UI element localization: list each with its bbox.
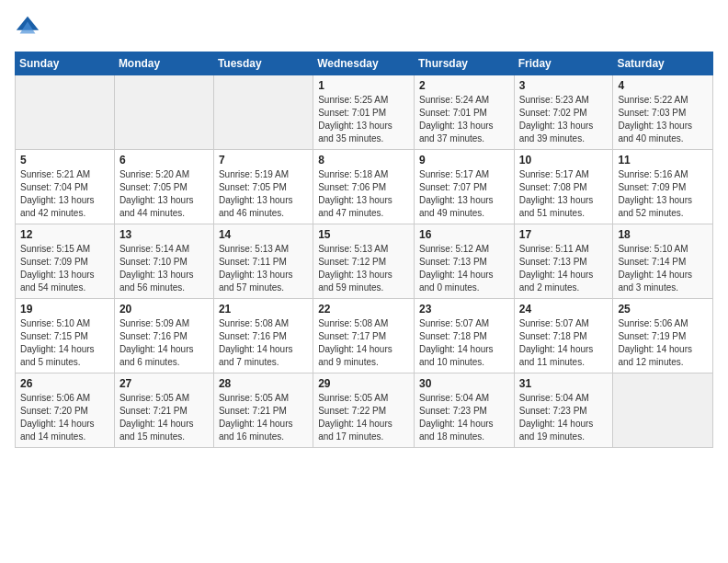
day-number: 11 (618, 154, 708, 167)
day-number: 13 (119, 228, 209, 241)
calendar-cell (114, 75, 213, 150)
calendar-cell: 6Sunrise: 5:20 AM Sunset: 7:05 PM Daylig… (114, 150, 213, 224)
day-info: Sunrise: 5:23 AM Sunset: 7:02 PM Dayligh… (519, 94, 609, 145)
weekday-header-wednesday: Wednesday (313, 52, 415, 75)
day-info: Sunrise: 5:10 AM Sunset: 7:14 PM Dayligh… (618, 243, 708, 294)
day-number: 28 (219, 377, 308, 390)
calendar-cell: 12Sunrise: 5:15 AM Sunset: 7:09 PM Dayli… (16, 224, 115, 299)
day-number: 7 (219, 154, 308, 167)
day-info: Sunrise: 5:04 AM Sunset: 7:23 PM Dayligh… (519, 392, 609, 443)
logo (15, 15, 44, 40)
calendar-cell: 19Sunrise: 5:10 AM Sunset: 7:15 PM Dayli… (16, 299, 115, 373)
day-number: 12 (20, 228, 109, 241)
week-row-1: 1Sunrise: 5:25 AM Sunset: 7:01 PM Daylig… (16, 75, 713, 150)
day-info: Sunrise: 5:05 AM Sunset: 7:22 PM Dayligh… (318, 392, 409, 443)
day-info: Sunrise: 5:06 AM Sunset: 7:19 PM Dayligh… (618, 317, 708, 369)
day-info: Sunrise: 5:10 AM Sunset: 7:15 PM Dayligh… (20, 317, 109, 369)
calendar-cell: 8Sunrise: 5:18 AM Sunset: 7:06 PM Daylig… (313, 150, 415, 224)
day-number: 1 (318, 79, 409, 92)
day-info: Sunrise: 5:07 AM Sunset: 7:18 PM Dayligh… (519, 317, 609, 369)
day-number: 26 (20, 377, 109, 390)
weekday-header-saturday: Saturday (613, 52, 713, 75)
calendar-cell (613, 373, 713, 448)
day-info: Sunrise: 5:06 AM Sunset: 7:20 PM Dayligh… (20, 392, 109, 443)
day-number: 25 (618, 303, 708, 316)
day-number: 31 (519, 377, 609, 390)
day-info: Sunrise: 5:15 AM Sunset: 7:09 PM Dayligh… (20, 243, 109, 294)
day-info: Sunrise: 5:24 AM Sunset: 7:01 PM Dayligh… (419, 94, 509, 145)
calendar-cell: 24Sunrise: 5:07 AM Sunset: 7:18 PM Dayli… (514, 299, 613, 373)
day-number: 3 (519, 79, 609, 92)
week-row-4: 19Sunrise: 5:10 AM Sunset: 7:15 PM Dayli… (16, 299, 713, 373)
weekday-header-tuesday: Tuesday (213, 52, 313, 75)
day-number: 14 (219, 228, 308, 241)
calendar-cell: 22Sunrise: 5:08 AM Sunset: 7:17 PM Dayli… (313, 299, 415, 373)
day-info: Sunrise: 5:17 AM Sunset: 7:07 PM Dayligh… (419, 168, 509, 220)
calendar-cell: 2Sunrise: 5:24 AM Sunset: 7:01 PM Daylig… (414, 75, 514, 150)
day-number: 8 (318, 154, 409, 167)
day-info: Sunrise: 5:18 AM Sunset: 7:06 PM Dayligh… (318, 168, 409, 220)
calendar-cell: 13Sunrise: 5:14 AM Sunset: 7:10 PM Dayli… (114, 224, 213, 299)
day-number: 20 (119, 303, 209, 316)
day-info: Sunrise: 5:14 AM Sunset: 7:10 PM Dayligh… (119, 243, 209, 294)
day-info: Sunrise: 5:08 AM Sunset: 7:16 PM Dayligh… (219, 317, 308, 369)
calendar-cell: 3Sunrise: 5:23 AM Sunset: 7:02 PM Daylig… (514, 75, 613, 150)
day-number: 6 (119, 154, 209, 167)
day-number: 10 (519, 154, 609, 167)
calendar-table: SundayMondayTuesdayWednesdayThursdayFrid… (15, 52, 713, 448)
weekday-header-row: SundayMondayTuesdayWednesdayThursdayFrid… (16, 52, 713, 75)
calendar-cell: 25Sunrise: 5:06 AM Sunset: 7:19 PM Dayli… (613, 299, 713, 373)
day-info: Sunrise: 5:04 AM Sunset: 7:23 PM Dayligh… (419, 392, 509, 443)
calendar-cell: 17Sunrise: 5:11 AM Sunset: 7:13 PM Dayli… (514, 224, 613, 299)
calendar-cell: 28Sunrise: 5:05 AM Sunset: 7:21 PM Dayli… (213, 373, 313, 448)
day-number: 5 (20, 154, 109, 167)
day-number: 4 (618, 79, 708, 92)
day-number: 18 (618, 228, 708, 241)
calendar-cell: 4Sunrise: 5:22 AM Sunset: 7:03 PM Daylig… (613, 75, 713, 150)
calendar-cell: 21Sunrise: 5:08 AM Sunset: 7:16 PM Dayli… (213, 299, 313, 373)
day-number: 19 (20, 303, 109, 316)
day-number: 24 (519, 303, 609, 316)
day-number: 16 (419, 228, 509, 241)
day-number: 23 (419, 303, 509, 316)
day-info: Sunrise: 5:17 AM Sunset: 7:08 PM Dayligh… (519, 168, 609, 220)
calendar-cell: 10Sunrise: 5:17 AM Sunset: 7:08 PM Dayli… (514, 150, 613, 224)
day-number: 21 (219, 303, 308, 316)
calendar-cell: 30Sunrise: 5:04 AM Sunset: 7:23 PM Dayli… (414, 373, 514, 448)
calendar-cell (16, 75, 115, 150)
day-info: Sunrise: 5:13 AM Sunset: 7:11 PM Dayligh… (219, 243, 308, 294)
day-info: Sunrise: 5:21 AM Sunset: 7:04 PM Dayligh… (20, 168, 109, 220)
weekday-header-thursday: Thursday (414, 52, 514, 75)
day-number: 29 (318, 377, 409, 390)
day-number: 30 (419, 377, 509, 390)
calendar-cell: 11Sunrise: 5:16 AM Sunset: 7:09 PM Dayli… (613, 150, 713, 224)
calendar-cell: 29Sunrise: 5:05 AM Sunset: 7:22 PM Dayli… (313, 373, 415, 448)
day-info: Sunrise: 5:13 AM Sunset: 7:12 PM Dayligh… (318, 243, 409, 294)
week-row-2: 5Sunrise: 5:21 AM Sunset: 7:04 PM Daylig… (16, 150, 713, 224)
day-number: 22 (318, 303, 409, 316)
day-info: Sunrise: 5:19 AM Sunset: 7:05 PM Dayligh… (219, 168, 308, 220)
day-number: 15 (318, 228, 409, 241)
calendar-cell: 31Sunrise: 5:04 AM Sunset: 7:23 PM Dayli… (514, 373, 613, 448)
calendar-cell: 27Sunrise: 5:05 AM Sunset: 7:21 PM Dayli… (114, 373, 213, 448)
day-info: Sunrise: 5:05 AM Sunset: 7:21 PM Dayligh… (119, 392, 209, 443)
weekday-header-sunday: Sunday (16, 52, 115, 75)
calendar-cell: 16Sunrise: 5:12 AM Sunset: 7:13 PM Dayli… (414, 224, 514, 299)
day-number: 9 (419, 154, 509, 167)
day-info: Sunrise: 5:20 AM Sunset: 7:05 PM Dayligh… (119, 168, 209, 220)
day-info: Sunrise: 5:11 AM Sunset: 7:13 PM Dayligh… (519, 243, 609, 294)
day-info: Sunrise: 5:05 AM Sunset: 7:21 PM Dayligh… (219, 392, 308, 443)
day-info: Sunrise: 5:16 AM Sunset: 7:09 PM Dayligh… (618, 168, 708, 220)
day-info: Sunrise: 5:07 AM Sunset: 7:18 PM Dayligh… (419, 317, 509, 369)
calendar-cell: 26Sunrise: 5:06 AM Sunset: 7:20 PM Dayli… (16, 373, 115, 448)
day-info: Sunrise: 5:12 AM Sunset: 7:13 PM Dayligh… (419, 243, 509, 294)
week-row-5: 26Sunrise: 5:06 AM Sunset: 7:20 PM Dayli… (16, 373, 713, 448)
calendar-cell: 9Sunrise: 5:17 AM Sunset: 7:07 PM Daylig… (414, 150, 514, 224)
calendar-cell (213, 75, 313, 150)
day-number: 27 (119, 377, 209, 390)
logo-icon (15, 15, 40, 40)
calendar-cell: 7Sunrise: 5:19 AM Sunset: 7:05 PM Daylig… (213, 150, 313, 224)
day-info: Sunrise: 5:08 AM Sunset: 7:17 PM Dayligh… (318, 317, 409, 369)
calendar-cell: 14Sunrise: 5:13 AM Sunset: 7:11 PM Dayli… (213, 224, 313, 299)
weekday-header-monday: Monday (114, 52, 213, 75)
